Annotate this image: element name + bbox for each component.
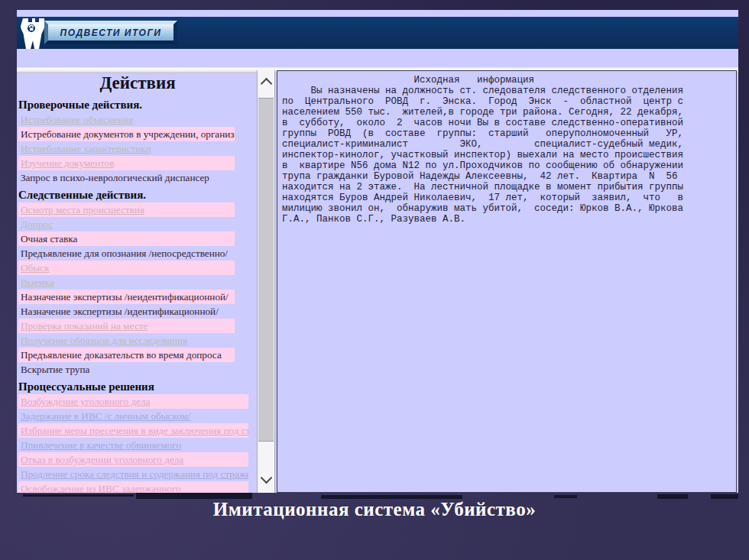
app-window: ПОДВЕСТИ ИТОГИ Действия Проверочные дейс… (17, 10, 738, 493)
action-item[interactable]: Очная ставка (18, 231, 235, 246)
actions-panel-title: Действия (18, 73, 257, 93)
action-item[interactable]: Назначение экспертизы /неидентификационн… (18, 290, 235, 304)
window-cutoff-artifact (554, 495, 577, 498)
action-item-label: Возбуждение уголовного дела (21, 396, 150, 407)
action-item-label: Истребование характеристики (21, 143, 151, 154)
action-item-label: Получение образцов для исследования (21, 335, 187, 346)
action-item-label: Продление срока следствия и содержания п… (21, 468, 248, 480)
action-item-label: Вскрытие трупа (21, 364, 89, 375)
action-item[interactable]: Возбуждение уголовного дела (18, 394, 248, 409)
action-item[interactable]: Осмотр места происшествия (18, 202, 235, 217)
action-item-label: Выемка (21, 277, 54, 288)
action-item-label: Назначение экспертизы /неидентификационн… (21, 291, 229, 303)
action-item-label: Освобождение из ИВС задержанного (21, 483, 181, 493)
section-heading: Проверочные действия. (18, 99, 257, 112)
action-item-label: Истребование объяснения (21, 114, 133, 125)
action-item[interactable]: Назначение экспертизы /идентификационной… (18, 304, 235, 319)
action-item-label: Избрание меры пресечения в виде заключен… (21, 425, 248, 436)
section-heading: Процессуальные решения (18, 380, 257, 393)
initial-information-panel: Исходная информация Вы назначены на долж… (277, 70, 737, 493)
actions-scrollbar[interactable] (257, 70, 275, 493)
action-item[interactable]: Обыск (18, 261, 235, 275)
scroll-down-icon[interactable] (261, 472, 273, 484)
action-item-label: Предъявление для опознания /непосредстве… (21, 248, 228, 259)
action-item[interactable]: Изучение документов (18, 156, 235, 170)
window-cutoff-artifact (136, 493, 252, 499)
action-item[interactable]: Предъявление для опознания /непосредстве… (18, 246, 235, 261)
system-caption: Имитационная система «Убийство» (0, 499, 749, 520)
action-item-label: Отказ в возбуждении уголовного дела (21, 454, 183, 465)
action-item[interactable]: Проверка показаний на месте (18, 319, 235, 333)
action-item-label: Проверка показаний на месте (21, 320, 148, 332)
action-item[interactable]: Освобождение из ИВС задержанного (18, 481, 248, 493)
scroll-up-icon[interactable] (261, 78, 273, 90)
action-item-label: Привлечение в качестве обвиняемого (21, 439, 181, 451)
action-item-label: Очная ставка (21, 233, 77, 244)
action-list: Проверочные действия.Истребование объясн… (18, 99, 257, 493)
action-item-label: Изучение документов (21, 157, 114, 169)
action-item-label: Назначение экспертизы /идентификационной… (21, 306, 219, 317)
action-item[interactable]: Истребование объяснения (18, 112, 235, 127)
scrollbar-thumb[interactable] (258, 98, 274, 442)
action-item-label: Допрос (21, 218, 53, 230)
action-item[interactable]: Запрос в психо-неврологический диспансер (18, 170, 235, 185)
action-item[interactable]: Продление срока следствия и содержания п… (18, 467, 248, 481)
action-item[interactable]: Выемка (18, 275, 235, 290)
action-item[interactable]: Отказ в возбуждении уголовного дела (18, 452, 248, 467)
action-item[interactable]: Привлечение в качестве обвиняемого (18, 438, 248, 452)
action-item-label: Задержание в ИВС /с личным обыском/ (21, 410, 191, 422)
action-item[interactable]: Предъявление доказательств во время допр… (18, 348, 235, 362)
action-item[interactable]: Избрание меры пресечения в виде заключен… (18, 423, 248, 438)
action-item-label: Истребование документов в учреждении, ор… (21, 128, 235, 140)
action-item-label: Обыск (21, 262, 49, 274)
action-item[interactable]: Истребование документов в учреждении, ор… (18, 127, 235, 141)
action-item[interactable]: Допрос (18, 217, 235, 231)
toolbar: ПОДВЕСТИ ИТОГИ (17, 17, 738, 49)
summarize-button[interactable]: ПОДВЕСТИ ИТОГИ (44, 21, 177, 44)
window-cutoff-artifact (23, 494, 134, 497)
initial-information-text: Исходная информация Вы назначены на долж… (282, 75, 731, 225)
action-item[interactable]: Истребование характеристики (18, 141, 235, 156)
action-item-label: Запрос в психо-неврологический диспансер (21, 172, 209, 183)
actions-panel: Действия Проверочные действия.Истребован… (18, 73, 257, 493)
action-item[interactable]: Получение образцов для исследования (18, 333, 235, 348)
section-heading: Следственные действия. (18, 189, 257, 202)
action-item[interactable]: Задержание в ИВС /с личным обыском/ (18, 409, 248, 423)
action-item[interactable]: Вскрытие трупа (18, 362, 235, 377)
action-item-label: Предъявление доказательств во время допр… (21, 349, 222, 361)
action-item-label: Осмотр места происшествия (21, 204, 144, 215)
tooth-icon (20, 17, 47, 50)
